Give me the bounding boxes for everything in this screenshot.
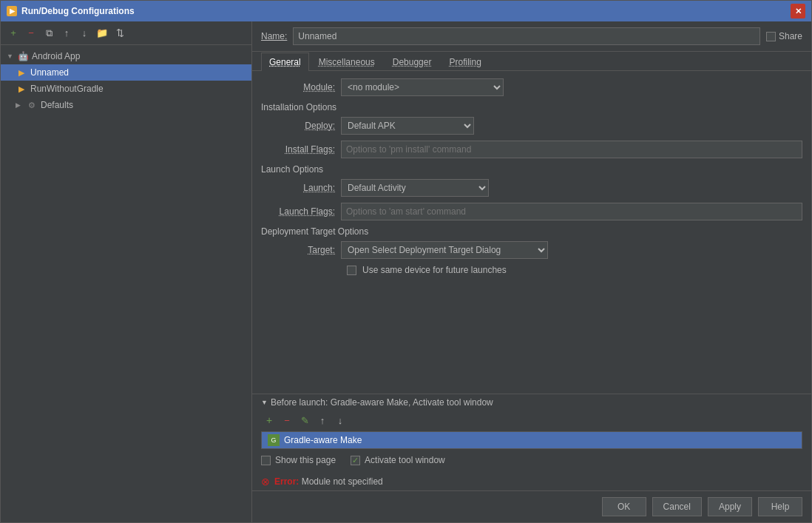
window-title: Run/Debug Configurations [21,6,135,16]
add-before-launch-button[interactable]: + [261,412,277,428]
launch-dropdown: Default Activity [341,179,489,197]
activate-window-label: Activate tool window [365,455,445,465]
main-content: + − ⧉ ↑ ↓ 📁 ⇅ ▼ 🤖 Android App ▶ Unnamed [1,21,811,522]
share-label: Share [779,31,802,41]
show-page-row: Show this page [261,455,336,465]
activate-window-row: ✓ Activate tool window [351,455,445,465]
gradle-aware-make-item[interactable]: G Gradle-aware Make [262,432,802,448]
unnamed-label: Unnamed [30,67,69,78]
deploy-dropdown: Default APK [341,117,474,135]
same-device-label: Use same device for future launches [362,265,507,275]
android-app-label: Android App [32,51,80,61]
before-launch-list: G Gradle-aware Make [261,431,802,449]
before-launch-header[interactable]: ▼ Before launch: Gradle-aware Make, Acti… [252,394,811,411]
deploy-row: Deploy: Default APK [261,117,802,135]
same-device-checkbox[interactable] [347,266,356,275]
apply-button[interactable]: Apply [708,497,752,516]
before-launch-toolbar: + − ✎ ↑ ↓ [252,411,811,430]
help-button[interactable]: Help [758,497,802,516]
launch-label: Launch: [261,183,335,193]
close-button[interactable]: ✕ [791,4,805,18]
module-select[interactable]: <no module> [341,78,504,96]
deploy-select[interactable]: Default APK [341,117,474,135]
gradle-aware-make-label: Gradle-aware Make [284,435,362,445]
module-label: Module: [261,82,335,92]
install-flags-row: Install Flags: [261,141,802,158]
bottom-bar: OK Cancel Apply Help [252,490,811,522]
target-dropdown: Open Select Deployment Target Dialog [341,241,548,259]
tab-debugger[interactable]: Debugger [385,53,440,71]
title-bar: ▶ Run/Debug Configurations ✕ [1,1,811,21]
launch-options-title: Launch Options [261,164,802,175]
unnamed-config-item[interactable]: ▶ Unnamed [1,64,251,81]
android-icon: 🤖 [17,50,29,62]
left-panel: + − ⧉ ↑ ↓ 📁 ⇅ ▼ 🤖 Android App ▶ Unnamed [1,21,252,522]
target-select[interactable]: Open Select Deployment Target Dialog [341,241,548,259]
move-up-before-launch-button[interactable]: ↑ [314,412,331,428]
module-row: Module: <no module> [261,78,802,96]
run-without-gradle-item[interactable]: ▶ RunWithoutGradle [1,81,251,97]
error-text: Error: Module not specified [274,476,383,487]
defaults-item[interactable]: ▶ ⚙ Defaults [1,97,251,113]
show-page-label: Show this page [275,455,336,465]
tab-general[interactable]: General [261,53,309,71]
android-app-group[interactable]: ▼ 🤖 Android App [1,48,251,64]
install-flags-label: Install Flags: [261,144,335,155]
config-tree: ▼ 🤖 Android App ▶ Unnamed ▶ RunWithoutGr… [1,45,251,522]
launch-flags-input[interactable] [341,203,802,220]
right-panel: Name: Share General Miscellaneous Debugg… [252,21,811,522]
title-bar-left: ▶ Run/Debug Configurations [7,6,135,16]
tab-miscellaneous[interactable]: Miscellaneous [311,53,383,71]
move-down-button[interactable]: ↓ [76,25,92,41]
defaults-toggle: ▶ [16,101,23,109]
deployment-target-title: Deployment Target Options [261,226,802,237]
move-up-button[interactable]: ↑ [58,25,75,41]
deploy-label: Deploy: [261,121,335,131]
add-config-button[interactable]: + [5,25,21,41]
tab-profiling[interactable]: Profiling [441,53,489,71]
launch-select[interactable]: Default Activity [341,179,489,197]
run-config-icon: ▶ [16,67,27,78]
gradle-icon: G [268,434,280,446]
show-page-checkbox[interactable] [261,456,271,465]
tabs-bar: General Miscellaneous Debugger Profiling [252,52,811,71]
activate-window-checkbox[interactable]: ✓ [351,456,360,465]
copy-config-button[interactable]: ⧉ [41,25,57,41]
cancel-button[interactable]: Cancel [652,497,702,516]
move-down-before-launch-button[interactable]: ↓ [332,412,348,428]
ok-button[interactable]: OK [602,497,646,516]
tab-general-label: General [269,57,301,67]
same-device-row: Use same device for future launches [261,265,802,275]
defaults-icon: ⚙ [26,99,38,111]
folder-button[interactable]: 📁 [94,25,110,41]
share-row: Share [766,31,802,41]
dialog-window: ▶ Run/Debug Configurations ✕ + − ⧉ ↑ ↓ 📁… [0,0,812,523]
before-launch-title: Before launch: Gradle-aware Make, Activa… [271,397,493,408]
error-icon: ⊗ [261,476,270,487]
tab-debugger-label: Debugger [393,57,432,67]
tab-profiling-label: Profiling [449,57,481,67]
error-row: ⊗ Error: Module not specified [252,473,811,490]
installation-options-title: Installation Options [261,102,802,112]
toggle-icon: ▼ [7,53,14,60]
collapse-icon: ▼ [261,399,268,406]
remove-config-button[interactable]: − [23,25,39,41]
share-checkbox[interactable] [766,32,776,41]
left-toolbar: + − ⧉ ↑ ↓ 📁 ⇅ [1,21,251,45]
form-content: Module: <no module> Installation Options… [252,71,811,388]
launch-flags-label: Launch Flags: [261,206,335,217]
target-row: Target: Open Select Deployment Target Di… [261,241,802,259]
install-flags-input[interactable] [341,141,802,158]
remove-before-launch-button[interactable]: − [279,412,295,428]
edit-before-launch-button[interactable]: ✎ [297,412,313,428]
module-dropdown-container: <no module> [341,78,504,96]
before-launch-section: ▼ Before launch: Gradle-aware Make, Acti… [252,394,811,473]
launch-flags-row: Launch Flags: [261,203,802,220]
before-launch-options: Show this page ✓ Activate tool window [252,451,811,473]
tab-misc-label: Miscellaneous [319,57,375,67]
defaults-label: Defaults [41,100,73,110]
target-label: Target: [261,245,335,255]
name-label: Name: [261,31,287,41]
name-input[interactable] [293,27,760,45]
sort-button[interactable]: ⇅ [112,25,128,41]
